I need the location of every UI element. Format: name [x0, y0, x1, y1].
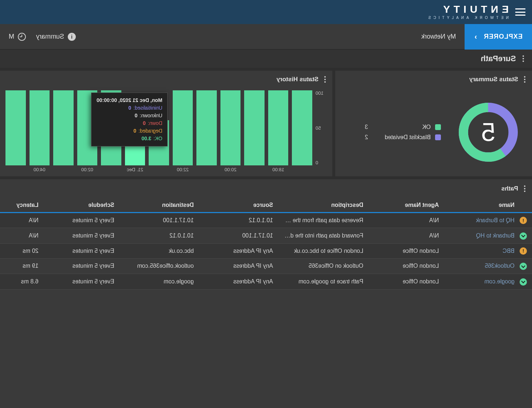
row-destination: outlook.office365.com — [120, 258, 199, 274]
col-header[interactable]: Source — [199, 198, 278, 213]
history-bar[interactable] — [292, 90, 312, 165]
y-tick: 100 — [316, 90, 324, 96]
row-agent: London Office — [368, 258, 444, 274]
row-destination: 10.17.1.100 — [120, 213, 199, 228]
row-status — [520, 258, 532, 274]
info-icon: i — [68, 33, 76, 41]
row-description: Path trace to google.com — [278, 274, 368, 290]
row-name[interactable]: Burbank to HQ — [444, 228, 520, 244]
legend-value: 2 — [365, 134, 368, 141]
history-bar[interactable] — [5, 90, 26, 165]
y-tick: 0 — [316, 160, 318, 165]
row-agent: N/A — [368, 228, 444, 244]
nav-right: i Summary M — [0, 33, 76, 41]
row-status: ! — [520, 243, 532, 258]
legend-label: Blacklist Deviated — [372, 134, 431, 141]
history-bar[interactable] — [244, 90, 265, 165]
nav-more[interactable]: M — [9, 33, 26, 41]
history-bar[interactable] — [173, 90, 193, 165]
col-header[interactable]: Name — [444, 198, 520, 213]
x-tick: 20:00 — [224, 167, 236, 172]
page-title: SurePath — [481, 54, 516, 63]
status-icon — [520, 263, 527, 270]
row-destination: bbc.co.uk — [120, 243, 199, 258]
tooltip-row: OK:3.00 — [97, 135, 163, 142]
tooltip-row: Uninitialised:0 — [97, 104, 163, 112]
col-header[interactable]: Description — [278, 198, 368, 213]
breadcrumb[interactable]: My Network — [421, 33, 456, 40]
history-bar[interactable] — [196, 90, 217, 165]
row-status — [520, 228, 532, 244]
legend-row[interactable]: Blacklist Deviated2 — [365, 134, 441, 141]
row-status: ! — [520, 213, 532, 228]
row-name[interactable]: google.com — [444, 274, 520, 290]
status-summary-legend: OK3Blacklist Deviated2 — [365, 124, 441, 141]
history-x-axis: 18:0020:0022:0021. Dec02:0004:00 — [4, 167, 314, 175]
paths-panel: Paths NameAgent NameDescriptionSourceDes… — [0, 179, 532, 408]
row-destination: google.com — [120, 274, 199, 290]
app-root: ENTUITY NETWORK ANALYTICS EXPLORER › My … — [0, 0, 532, 408]
table-row[interactable]: google.comLondon OfficePath trace to goo… — [0, 274, 532, 290]
table-row[interactable]: Burbank to HQN/AForward data path into t… — [0, 228, 532, 244]
status-history-panel: Status History 100500 Mon, Dec 21 2020, … — [0, 71, 332, 176]
row-status — [520, 274, 532, 290]
legend-swatch — [435, 134, 441, 140]
brand-bar: ENTUITY NETWORK ANALYTICS — [0, 0, 532, 24]
status-summary-head: Status Summary — [335, 71, 532, 88]
row-source: 10.17.1.100 — [199, 228, 278, 244]
status-icon — [520, 278, 527, 286]
legend-row[interactable]: OK3 — [365, 124, 441, 130]
explorer-button[interactable]: EXPLORER › — [465, 24, 532, 50]
y-tick: 50 — [316, 125, 321, 131]
row-latency: 19 ms — [0, 258, 44, 274]
row-description: London Office to bbc.co.uk — [278, 243, 368, 258]
history-bar[interactable] — [53, 90, 74, 165]
hamburger-menu-icon[interactable] — [515, 8, 525, 16]
history-bar[interactable] — [30, 90, 50, 165]
col-header[interactable]: Destination — [120, 198, 199, 213]
status-summary-menu-icon[interactable] — [523, 75, 527, 84]
row-source: 10.1.0.12 — [199, 213, 278, 228]
row-source: Any IP Address — [199, 258, 278, 274]
nav-summary-label: Summary — [36, 33, 64, 40]
col-status-header[interactable] — [520, 198, 532, 213]
row-name[interactable]: Outlook365 — [444, 258, 520, 274]
status-icon — [520, 232, 527, 240]
row-name[interactable]: HQ to Burbank — [444, 213, 520, 228]
row-latency: N/A — [0, 228, 44, 244]
row-schedule: Every 5 minutes — [44, 243, 120, 258]
history-bar[interactable] — [268, 90, 289, 165]
row-schedule: Every 5 minutes — [44, 258, 120, 274]
col-header[interactable]: Schedule — [44, 198, 120, 213]
chevron-right-icon: › — [474, 32, 477, 41]
status-icon: ! — [520, 247, 527, 255]
history-tooltip: Mon, Dec 21 2020, 00:00:00Uninitialised:… — [91, 93, 168, 146]
status-history-title: Status History — [277, 76, 318, 83]
nav-summary[interactable]: i Summary — [36, 33, 76, 41]
x-tick: 04:00 — [34, 167, 46, 172]
col-header[interactable]: Agent Name — [368, 198, 444, 213]
paths-head: Paths — [0, 179, 532, 198]
nav-more-label: M — [9, 33, 14, 40]
paths-menu-icon[interactable] — [523, 184, 527, 193]
page-menu-icon[interactable] — [521, 54, 525, 63]
row-source: Any IP Address — [199, 243, 278, 258]
page-title-bar: SurePath — [0, 50, 532, 71]
brand-name: ENTUITY — [426, 4, 509, 15]
row-schedule: Every 5 minutes — [44, 213, 120, 228]
x-tick: 22:00 — [177, 167, 189, 172]
status-history-body: 100500 Mon, Dec 21 2020, 00:00:00Uniniti… — [0, 88, 332, 176]
history-bar[interactable] — [220, 90, 241, 165]
col-header[interactable]: Latency — [0, 198, 44, 213]
history-plot: Mon, Dec 21 2020, 00:00:00Uninitialised:… — [4, 90, 314, 165]
row-name[interactable]: BBC — [444, 243, 520, 258]
paths-table: NameAgent NameDescriptionSourceDestinati… — [0, 198, 532, 290]
x-tick: 18:00 — [272, 167, 284, 172]
status-history-menu-icon[interactable] — [323, 75, 327, 84]
brand-logo: ENTUITY NETWORK ANALYTICS — [426, 4, 509, 20]
table-row[interactable]: !HQ to BurbankN/AReverse data path from … — [0, 213, 532, 228]
table-row[interactable]: !BBCLondon OfficeLondon Office to bbc.co… — [0, 243, 532, 258]
row-source: Any IP Address — [199, 274, 278, 290]
table-row[interactable]: Outlook365London OfficeOutlook on Office… — [0, 258, 532, 274]
x-tick: 02:00 — [81, 167, 93, 172]
